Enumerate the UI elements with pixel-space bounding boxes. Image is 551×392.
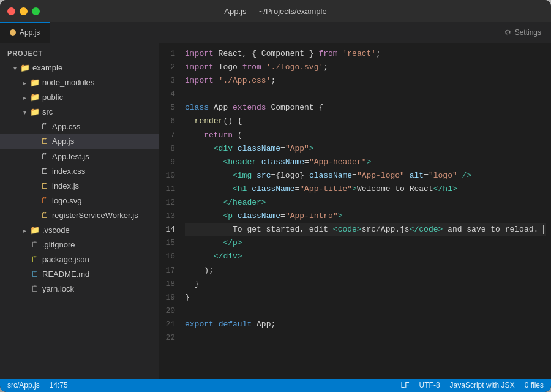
tree-item-package-json[interactable]: 🗒 package.json [0, 252, 159, 267]
statusbar: src/App.js 14:75 LF UTF-8 JavaScript wit… [0, 379, 551, 392]
minimize-button[interactable] [20, 7, 28, 15]
tree-item-index-js[interactable]: 🗒 index.js [0, 179, 159, 194]
tree-label-index-css: index.css [50, 165, 85, 178]
code-line-3: 3 import './App.css'; [159, 74, 551, 88]
tree-label-app-css: App.css [50, 120, 80, 134]
tree-item-app-js[interactable]: 🗒 App.js [0, 134, 159, 149]
code-line-17: 17 ); [159, 264, 551, 277]
tab-settings[interactable]: ⚙ Settings [495, 22, 551, 43]
tree-label-readme: README.md [40, 268, 89, 281]
code-line-14: 14 To get started, edit <code>src/App.js… [159, 223, 551, 236]
window-title: App.js — ~/Projects/example [224, 7, 326, 16]
tree-item-app-test[interactable]: 🗒 App.test.js [0, 149, 159, 164]
tree-label-yarn-lock: yarn.lock [40, 282, 74, 296]
code-line-12: 12 </header> [159, 196, 551, 209]
statusbar-language[interactable]: JavaScript with JSX [450, 381, 515, 390]
file-tree: ▾ 📁 example ▸ 📁 node_modules ▸ [0, 61, 159, 297]
tabs-bar: App.js ⚙ Settings [0, 22, 551, 43]
code-line-7: 7 return ( [159, 129, 551, 142]
settings-icon: ⚙ [504, 28, 511, 37]
git-file-icon: 🗒 [29, 238, 40, 252]
code-editor[interactable]: 1 import React, { Component } from 'reac… [159, 43, 551, 379]
css-file-icon: 🗒 [39, 120, 50, 134]
tree-item-vscode[interactable]: ▸ 📁 .vscode [0, 223, 159, 238]
tree-label-public: public [40, 91, 63, 104]
statusbar-cursor[interactable]: 14:75 [50, 381, 68, 390]
code-line-21: 21 export default App; [159, 318, 551, 331]
statusbar-line-ending[interactable]: LF [401, 381, 410, 390]
tree-item-public[interactable]: ▸ 📁 public [0, 90, 159, 105]
tree-item-register-sw[interactable]: 🗒 registerServiceWorker.js [0, 208, 159, 223]
json-file-icon: 🗒 [29, 253, 40, 266]
tree-label-gitignore: .gitignore [40, 238, 75, 252]
svg-file-icon: 🗒 [39, 194, 50, 208]
tree-item-node-modules[interactable]: ▸ 📁 node_modules [0, 75, 159, 90]
code-line-16: 16 </div> [159, 250, 551, 263]
statusbar-encoding[interactable]: UTF-8 [419, 381, 440, 390]
lock-file-icon: 🗒 [29, 282, 40, 296]
tree-item-index-css[interactable]: 🗒 index.css [0, 164, 159, 179]
folder-icon: 📁 [29, 105, 40, 119]
app-window: App.js — ~/Projects/example App.js ⚙ Set… [0, 0, 551, 392]
chevron-down-icon: ▾ [20, 107, 29, 118]
editor[interactable]: 1 import React, { Component } from 'reac… [159, 43, 551, 379]
folder-icon: 📁 [29, 224, 40, 237]
tree-label-app-js: App.js [50, 135, 74, 148]
code-line-10: 10 <img src={logo} className="App-logo" … [159, 169, 551, 183]
folder-icon: 📁 [29, 76, 40, 89]
js-file-icon: 🗒 [39, 209, 50, 222]
code-line-22: 22 [159, 331, 551, 345]
js-file-icon: 🗒 [39, 135, 50, 148]
code-line-15: 15 </p> [159, 236, 551, 250]
statusbar-files: 0 files [525, 381, 544, 390]
tree-item-gitignore[interactable]: 🗒 .gitignore [0, 238, 159, 252]
tab-settings-label: Settings [515, 28, 541, 37]
tree-item-example[interactable]: ▾ 📁 example [0, 61, 159, 75]
tree-label-example: example [31, 61, 62, 75]
tree-label-app-test: App.test.js [50, 150, 89, 164]
code-line-20: 20 [159, 304, 551, 318]
tree-item-app-css[interactable]: 🗒 App.css [0, 119, 159, 134]
tree-label-register-sw: registerServiceWorker.js [50, 209, 138, 222]
titlebar: App.js — ~/Projects/example [0, 0, 551, 22]
code-line-1: 1 import React, { Component } from 'reac… [159, 47, 551, 61]
folder-icon: 📁 [29, 91, 40, 104]
folder-icon: 📁 [20, 61, 31, 75]
statusbar-filepath[interactable]: src/App.js [7, 381, 40, 390]
chevron-right-icon: ▸ [20, 92, 29, 103]
test-file-icon: 🗒 [39, 150, 50, 164]
chevron-right-icon: ▸ [20, 78, 29, 88]
code-line-5: 5 class App extends Component { [159, 101, 551, 115]
statusbar-left: src/App.js 14:75 [7, 381, 68, 390]
tree-label-src: src [40, 105, 53, 119]
statusbar-right: LF UTF-8 JavaScript with JSX 0 files [401, 381, 544, 390]
chevron-right-icon: ▸ [20, 225, 29, 236]
tab-dot-icon [10, 29, 16, 36]
code-line-19: 19 } [159, 291, 551, 304]
tab-appjs-label: App.js [20, 28, 40, 37]
tree-item-src[interactable]: ▾ 📁 src [0, 105, 159, 119]
tree-item-logo-svg[interactable]: 🗒 logo.svg [0, 194, 159, 208]
tab-appjs[interactable]: App.js [0, 22, 50, 43]
tree-item-yarn-lock[interactable]: 🗒 yarn.lock [0, 282, 159, 296]
chevron-down-icon: ▾ [10, 63, 20, 74]
close-button[interactable] [7, 7, 15, 15]
tree-label-node-modules: node_modules [40, 76, 94, 89]
tree-item-readme[interactable]: 🗒 README.md [0, 267, 159, 282]
traffic-lights [7, 7, 40, 15]
sidebar-header: Project [0, 43, 159, 61]
code-line-4: 4 [159, 88, 551, 101]
tree-label-logo-svg: logo.svg [50, 194, 81, 208]
main-area: Project ▾ 📁 example ▸ 📁 node_modules [0, 43, 551, 379]
maximize-button[interactable] [32, 7, 40, 15]
tree-label-package-json: package.json [40, 253, 89, 266]
code-line-2: 2 import logo from './logo.svg'; [159, 61, 551, 74]
code-line-18: 18 } [159, 277, 551, 291]
md-file-icon: 🗒 [29, 268, 40, 281]
code-line-9: 9 <header className="App-header"> [159, 156, 551, 169]
code-line-13: 13 <p className="App-intro"> [159, 209, 551, 223]
js-file-icon: 🗒 [39, 179, 50, 193]
code-line-8: 8 <div className="App"> [159, 142, 551, 156]
tree-label-vscode: .vscode [40, 224, 70, 237]
code-line-11: 11 <h1 className="App-title">Welcome to … [159, 183, 551, 196]
